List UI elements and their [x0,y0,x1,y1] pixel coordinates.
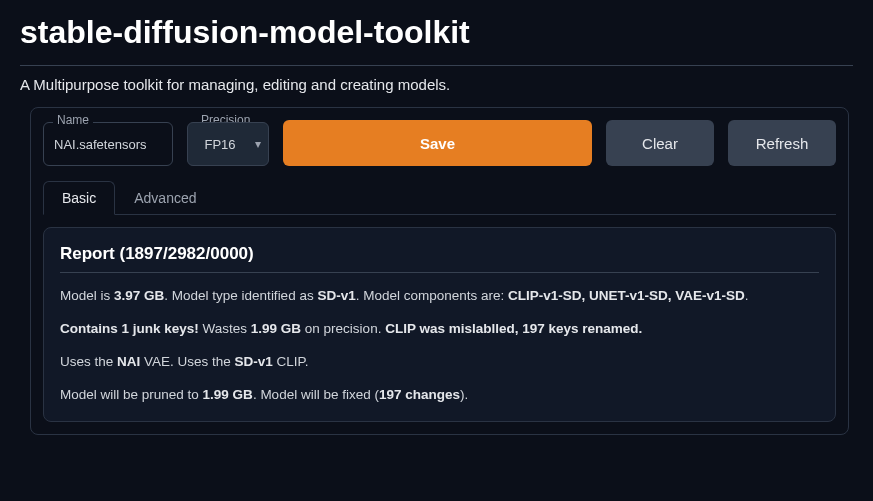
precision-select[interactable]: FP16 [187,122,269,166]
report-title: Report (1897/2982/0000) [60,244,819,273]
report-card: Report (1897/2982/0000) Model is 3.97 GB… [43,227,836,422]
save-button[interactable]: Save [283,120,592,166]
report-line-model: Model is 3.97 GB. Model type identified … [60,287,819,306]
main-panel: Name Precision FP16 ▾ Save Clear Refresh… [30,107,849,435]
divider [20,65,853,66]
precision-select-wrap: FP16 ▾ [187,122,269,166]
report-line-junk: Contains 1 junk keys! Wastes 1.99 GB on … [60,320,819,339]
page-title: stable-diffusion-model-toolkit [20,0,853,65]
refresh-button[interactable]: Refresh [728,120,836,166]
clear-button[interactable]: Clear [606,120,714,166]
tab-advanced[interactable]: Advanced [115,181,215,215]
page-subtitle: A Multipurpose toolkit for managing, edi… [20,76,853,93]
precision-field-wrap: Precision FP16 ▾ [187,122,269,166]
name-label: Name [53,113,93,127]
name-field-wrap: Name [43,122,173,166]
controls-row: Name Precision FP16 ▾ Save Clear Refresh [43,120,836,166]
report-line-sources: Uses the NAI VAE. Uses the SD-v1 CLIP. [60,353,819,372]
tab-basic[interactable]: Basic [43,181,115,215]
report-line-prune: Model will be pruned to 1.99 GB. Model w… [60,386,819,405]
tabs: Basic Advanced [43,180,836,215]
name-input[interactable] [43,122,173,166]
